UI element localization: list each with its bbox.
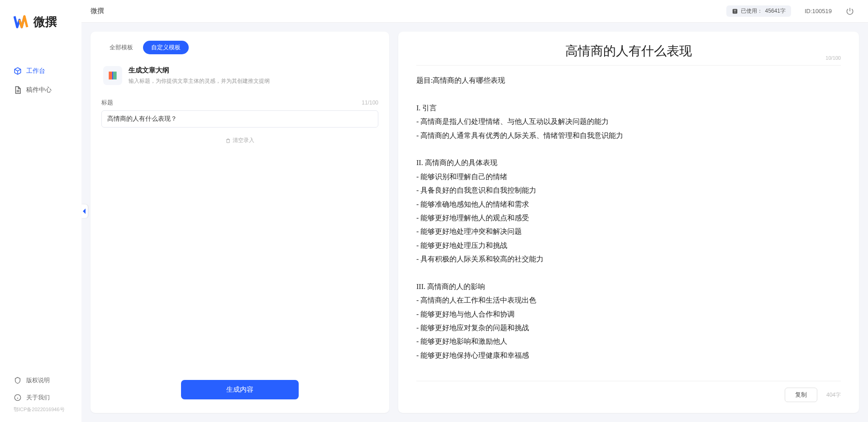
power-icon[interactable]: [845, 7, 854, 16]
output-title-count: 10/100: [825, 55, 841, 61]
output-title: 高情商的人有什么表现: [565, 43, 692, 60]
clear-input-label: 清空录入: [233, 137, 254, 144]
output-panel: 高情商的人有什么表现 10/100 题目:高情商的人有哪些表现 I. 引言 - …: [398, 32, 859, 413]
template-desc: 输入标题，为你提供文章主体的灵感，并为其创建推文提纲: [129, 77, 270, 85]
nav-copyright-label: 版权说明: [26, 376, 50, 384]
nav-drafts[interactable]: 稿件中心: [0, 81, 81, 100]
output-body[interactable]: 题目:高情商的人有哪些表现 I. 引言 - 高情商是指人们处理情绪、与他人互动以…: [416, 74, 841, 376]
nav-copyright[interactable]: 版权说明: [0, 372, 81, 389]
generate-button[interactable]: 生成内容: [181, 380, 299, 399]
nav-drafts-label: 稿件中心: [26, 86, 52, 94]
nav-about-label: 关于我们: [26, 394, 50, 402]
shield-icon: [14, 376, 22, 384]
trash-icon: [225, 138, 231, 143]
svg-text:T: T: [734, 9, 736, 13]
nav-about[interactable]: 关于我们: [0, 389, 81, 406]
nav-workspace-label: 工作台: [26, 67, 45, 75]
copy-button[interactable]: 复制: [785, 388, 817, 402]
sidebar: 微撰 工作台 稿件中心 版权说明: [0, 0, 81, 422]
topbar: 微撰 T 已使用： 45641字 ID:100519: [81, 0, 868, 23]
uid-value: 100519: [812, 8, 832, 14]
topbar-title: 微撰: [81, 7, 104, 15]
usage-label: 已使用：: [741, 7, 763, 15]
tab-custom-templates[interactable]: 自定义模板: [143, 41, 189, 54]
brand-name: 微撰: [33, 14, 57, 30]
tab-all-templates[interactable]: 全部模板: [101, 41, 141, 54]
brand-logo-mark: [14, 14, 30, 30]
sidebar-bottom: 版权说明 关于我们 鄂ICP备2022016946号: [0, 372, 81, 422]
template-tabs: 全部模板 自定义模板: [101, 41, 378, 54]
usage-pill: T 已使用： 45641字: [726, 5, 791, 17]
icp-text: 鄂ICP备2022016946号: [0, 406, 81, 417]
selected-template-card: 生成文章大纲 输入标题，为你提供文章主体的灵感，并为其创建推文提纲: [101, 63, 378, 94]
book-icon: [103, 66, 122, 85]
brand-logo: 微撰: [0, 14, 81, 43]
usage-value: 45641字: [765, 7, 786, 15]
input-panel: 全部模板 自定义模板 生成文章大纲 输入标题，为你提供文章主体的灵感，并为其创建…: [91, 32, 389, 413]
user-id: ID:100519: [805, 8, 832, 14]
label-title: 标题: [101, 99, 113, 107]
output-word-count: 404字: [826, 391, 841, 399]
nav-workspace[interactable]: 工作台: [0, 62, 81, 81]
text-badge-icon: T: [732, 8, 738, 14]
document-icon: [14, 86, 22, 94]
info-icon: [14, 394, 22, 402]
template-title: 生成文章大纲: [129, 66, 270, 75]
uid-label: ID:: [805, 8, 812, 14]
clear-input-link[interactable]: 清空录入: [101, 137, 378, 144]
title-input[interactable]: [101, 110, 378, 128]
cube-icon: [14, 67, 22, 75]
sidebar-collapse-handle[interactable]: [81, 204, 88, 218]
sidebar-nav: 工作台 稿件中心: [0, 43, 81, 372]
title-char-count: 11/100: [362, 100, 378, 106]
